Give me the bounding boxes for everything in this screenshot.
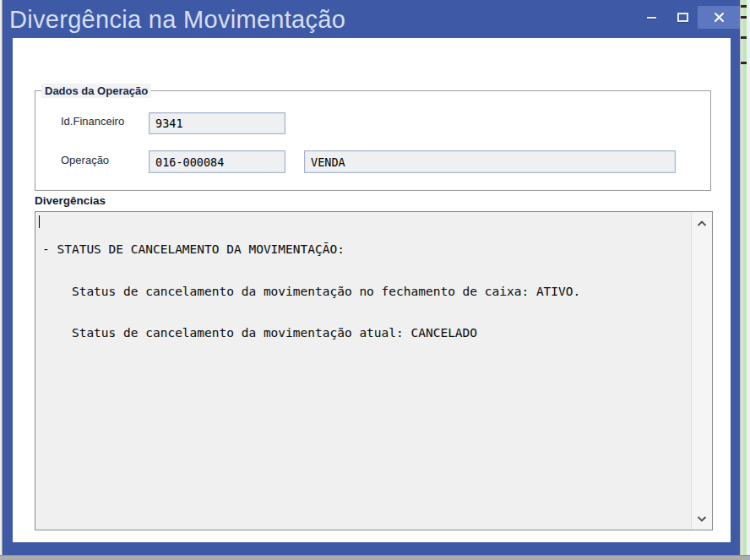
scroll-up-button[interactable] [692,212,712,234]
background-bottom-bar [0,555,750,560]
minimize-icon [647,17,656,19]
scroll-down-icon [697,516,707,522]
window-title: Divergência na Movimentação [9,0,345,39]
background-mark [741,16,747,19]
scroll-up-icon [697,220,707,226]
divergences-text: - STATUS DE CANCELAMENTO DA MOVIMENTAÇÃO… [42,215,687,368]
operation-data-groupbox: Dados da Operação Id.Financeiro Operação [35,90,711,191]
background-right-sliver [740,0,750,555]
client-area: Dados da Operação Id.Financeiro Operação… [13,38,731,542]
maximize-icon [677,13,688,22]
scroll-down-button[interactable] [692,508,712,530]
minimize-button[interactable] [636,6,666,29]
titlebar[interactable]: Divergência na Movimentação [3,0,740,38]
operacao-description-field[interactable] [304,150,676,173]
operacao-code-field[interactable] [149,150,285,173]
divergences-textarea[interactable]: - STATUS DE CANCELAMENTO DA MOVIMENTAÇÃO… [35,211,713,530]
background-mark [741,5,747,8]
operacao-label: Operação [61,154,109,166]
groupbox-title: Dados da Operação [41,84,151,98]
background-mark [741,62,747,64]
text-caret [39,215,40,228]
divergencia-dialog: Divergência na Movimentação Dados da Ope… [2,0,740,555]
id-financeiro-label: Id.Financeiro [61,115,124,128]
divergencias-label: Divergências [35,194,106,207]
background-mark [741,36,747,39]
maximize-button[interactable] [667,6,698,29]
id-financeiro-field[interactable] [149,112,285,134]
divergence-line: - STATUS DE CANCELAMENTO DA MOVIMENTAÇÃO… [42,242,687,257]
close-button[interactable] [698,6,740,29]
divergence-line: Status de cancelamento da movimentação a… [42,326,687,340]
divergence-line: Status de cancelamento da movimentação n… [42,285,687,299]
background-green-band [742,0,747,555]
close-icon [714,12,725,23]
window-edge-hairline [740,0,742,555]
vertical-scrollbar[interactable] [691,212,712,530]
